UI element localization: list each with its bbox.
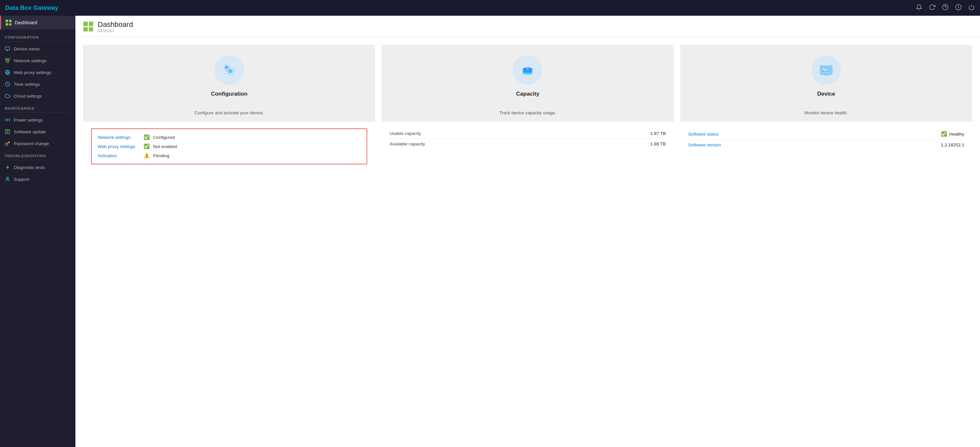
web-proxy-status-icon: ✅ xyxy=(143,143,150,149)
sidebar-section-troubleshooting: TROUBLESHOOTING xyxy=(0,149,75,160)
web-proxy-settings-link[interactable]: Web proxy settings xyxy=(98,144,140,149)
sidebar-item-network-settings[interactable]: Network settings xyxy=(0,55,75,67)
support-label: Support xyxy=(14,177,29,182)
dashboard-grid-icon xyxy=(83,22,93,32)
sidebar-dashboard-label: Dashboard xyxy=(15,20,37,25)
content-header-text: Dashboard DEVICE1 xyxy=(98,20,133,33)
cloud-settings-label: Cloud settings xyxy=(14,94,42,98)
activation-link[interactable]: Activation xyxy=(98,153,140,158)
device-card-top: Device xyxy=(680,45,972,105)
sidebar-item-diagnostic-tests[interactable]: Diagnostic tests xyxy=(0,162,75,173)
support-icon xyxy=(5,176,11,182)
software-version-link[interactable]: Software version xyxy=(688,143,721,147)
topbar-icons xyxy=(916,4,975,12)
capacity-card-top: Capacity xyxy=(382,45,673,105)
capacity-card-title: Capacity xyxy=(516,91,539,97)
svg-rect-38 xyxy=(829,69,830,70)
svg-rect-41 xyxy=(823,75,829,76)
svg-line-4 xyxy=(958,7,959,8)
time-settings-icon xyxy=(5,81,11,87)
activation-status-icon: ⚠️ xyxy=(143,152,150,159)
svg-rect-6 xyxy=(5,47,10,50)
svg-point-18 xyxy=(7,119,8,120)
svg-rect-39 xyxy=(829,70,830,71)
configuration-icon-circle xyxy=(215,55,244,85)
config-item-network: Network settings ✅ Configured xyxy=(98,134,361,140)
app-title: Data Box Gateway xyxy=(5,5,58,11)
device-icon-circle xyxy=(811,55,841,85)
software-status-check-icon: ✅ xyxy=(941,131,947,137)
svg-rect-11 xyxy=(6,61,8,63)
sidebar-item-cloud-settings[interactable]: Cloud settings xyxy=(0,90,75,102)
network-status-text: Configured xyxy=(153,135,175,140)
sidebar: Dashboard CONFIGURATION Device name Netw… xyxy=(0,16,75,447)
svg-point-26 xyxy=(228,69,232,73)
refresh-icon[interactable] xyxy=(929,4,935,12)
content-header: Dashboard DEVICE1 xyxy=(75,16,980,37)
device-card-description: Monitor device health. xyxy=(680,105,972,122)
network-settings-link[interactable]: Network settings xyxy=(98,135,140,140)
topbar: Data Box Gateway xyxy=(0,0,980,16)
time-settings-label: Time settings xyxy=(14,82,40,87)
software-status-value: Healthy xyxy=(949,132,964,136)
network-settings-label: Network settings xyxy=(14,58,46,63)
web-proxy-label: Web proxy settings xyxy=(14,70,51,75)
power-icon[interactable] xyxy=(968,4,975,12)
capacity-card-description: Track device capacity usage. xyxy=(382,105,673,122)
usable-capacity-label: Usable capacity xyxy=(390,131,421,136)
device-card-body: Software status ✅ Healthy Software versi… xyxy=(680,122,972,439)
available-capacity-row: Available capacity 1.86 TB xyxy=(390,139,666,149)
cloud-settings-icon xyxy=(5,93,11,99)
help-icon[interactable] xyxy=(942,4,948,12)
usable-capacity-value: 1.87 TB xyxy=(651,131,666,136)
sidebar-item-power-settings[interactable]: Power settings xyxy=(0,114,75,126)
sidebar-item-support[interactable]: Support xyxy=(0,173,75,185)
bell-icon[interactable] xyxy=(916,4,922,12)
svg-point-27 xyxy=(225,66,228,69)
page-subtitle: DEVICE1 xyxy=(98,29,133,33)
capacity-icon-circle xyxy=(513,55,542,85)
capacity-card-body: Usable capacity 1.87 TB Available capaci… xyxy=(382,122,673,439)
sidebar-item-password-change[interactable]: Password change xyxy=(0,138,75,149)
device-card: Device Monitor device health. Software s… xyxy=(680,45,972,439)
network-settings-icon xyxy=(5,58,11,63)
svg-rect-40 xyxy=(824,74,828,75)
config-item-activation: Activation ⚠️ Pending xyxy=(98,152,361,159)
power-settings-icon xyxy=(5,117,11,123)
svg-point-0 xyxy=(943,4,948,10)
svg-rect-37 xyxy=(829,68,830,69)
sidebar-item-time-settings[interactable]: Time settings xyxy=(0,78,75,90)
available-capacity-value: 1.86 TB xyxy=(651,141,666,146)
network-status-icon: ✅ xyxy=(143,134,150,140)
configuration-card-top: Configuration xyxy=(83,45,375,105)
diagnostic-tests-label: Diagnostic tests xyxy=(14,165,45,170)
sidebar-section-maintenance: MAINTENANCE xyxy=(0,102,75,113)
sidebar-item-web-proxy[interactable]: Web proxy settings xyxy=(0,67,75,78)
svg-point-25 xyxy=(6,177,8,179)
configuration-card: Configuration Configure and activate you… xyxy=(83,45,375,439)
sidebar-item-software-update[interactable]: Software update xyxy=(0,126,75,138)
software-update-icon xyxy=(5,129,11,135)
software-status-link[interactable]: Software status xyxy=(688,132,719,136)
sidebar-item-device-name[interactable]: Device name xyxy=(0,43,75,55)
diagnostic-tests-icon xyxy=(5,164,11,170)
main-layout: Dashboard CONFIGURATION Device name Netw… xyxy=(0,16,980,447)
troubleshooting-divider xyxy=(5,160,71,160)
cards-area: Configuration Configure and activate you… xyxy=(75,37,980,447)
content-area: Dashboard DEVICE1 xyxy=(75,16,980,447)
configuration-card-body: Network settings ✅ Configured Web proxy … xyxy=(83,122,375,439)
web-proxy-icon xyxy=(5,70,11,75)
password-change-label: Password change xyxy=(14,141,49,146)
power-settings-label: Power settings xyxy=(14,117,43,122)
device-name-label: Device name xyxy=(14,46,40,51)
sidebar-section-configuration: CONFIGURATION xyxy=(0,31,75,41)
available-capacity-label: Available capacity xyxy=(390,141,425,146)
software-update-label: Software update xyxy=(14,129,46,134)
software-version-row: Software version 1.2.18252.1 xyxy=(688,140,964,150)
svg-rect-10 xyxy=(8,58,10,60)
svg-rect-9 xyxy=(5,58,7,60)
sidebar-item-dashboard[interactable]: Dashboard xyxy=(0,16,75,30)
circle-power-icon[interactable] xyxy=(955,4,962,12)
activation-status-text: Pending xyxy=(153,153,170,158)
software-status-row: Software status ✅ Healthy xyxy=(688,128,964,140)
